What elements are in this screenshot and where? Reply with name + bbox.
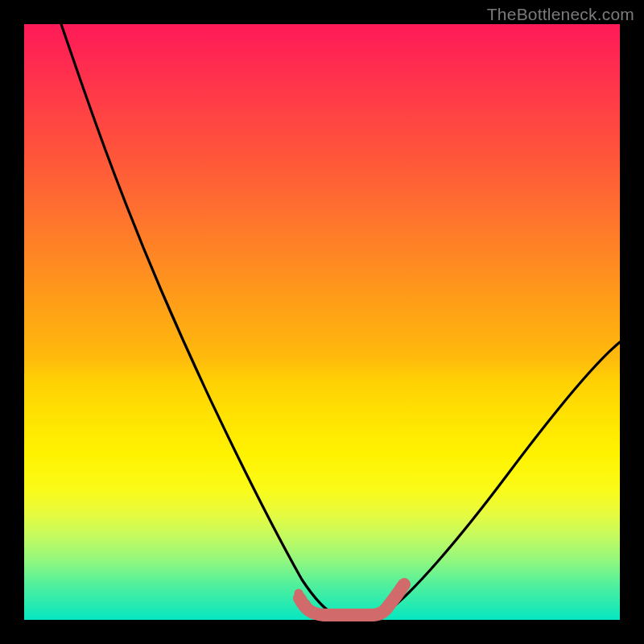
accent-dot [310, 608, 319, 617]
right-curve [386, 342, 620, 612]
left-curve [61, 24, 336, 615]
accent-dot [377, 609, 385, 617]
accent-right-seg [386, 584, 404, 609]
watermark-text: TheBottleneck.com [487, 5, 634, 24]
plot-area [24, 24, 620, 620]
accent-dot [295, 589, 303, 598]
curve-layer [24, 24, 620, 620]
accent-dot [302, 600, 311, 609]
chart-frame: TheBottleneck.com [0, 0, 644, 644]
